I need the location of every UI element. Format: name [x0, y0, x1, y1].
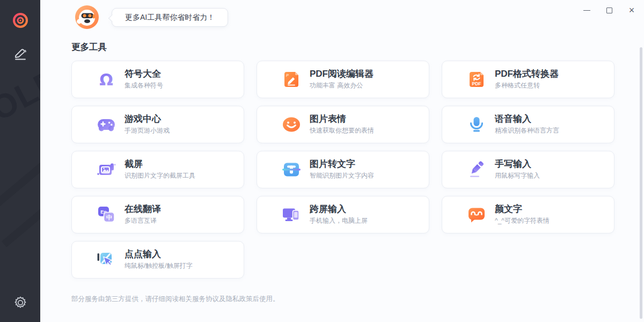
- vertical-scrollbar[interactable]: [640, 47, 642, 319]
- gamepad-icon: [96, 114, 116, 135]
- tool-title: 图片转文字: [310, 159, 374, 170]
- microphone-icon: [466, 114, 487, 135]
- tool-card[interactable]: 游戏中心 手游页游小游戏: [71, 106, 244, 143]
- tool-subtitle: 功能丰富 高效办公: [310, 81, 374, 90]
- tool-card[interactable]: 语音输入 精准识别各种语言方言: [442, 106, 614, 143]
- tool-title: 颜文字: [495, 204, 550, 215]
- brand-logo-icon[interactable]: [0, 12, 40, 29]
- tool-subtitle: 用鼠标写字输入: [495, 171, 540, 180]
- tools-grid: Ω 符号大全 集成各种符号 P PDF阅读编辑器 功能丰富 高效办公 PDF P…: [71, 61, 614, 279]
- tool-title: 手写输入: [495, 159, 540, 170]
- svg-text:中: 中: [106, 214, 112, 221]
- tool-title: 点点输入: [125, 249, 193, 260]
- tool-card[interactable]: 跨屏输入 手机输入，电脑上屏: [257, 196, 429, 233]
- screenshot-icon: [96, 159, 116, 180]
- app-window: OLD: [0, 0, 644, 322]
- image-to-text-icon: [281, 159, 302, 180]
- tool-subtitle: 识别图片文字的截屏工具: [125, 171, 195, 180]
- tool-title: 符号大全: [125, 69, 163, 79]
- tool-card[interactable]: 颜文字 ^_^可爱的字符表情: [442, 196, 614, 233]
- assistant-speech-bubble: 更多AI工具帮你省时省力！: [112, 8, 228, 27]
- tool-title: 图片表情: [310, 114, 374, 125]
- assistant-bubble-text: 更多AI工具帮你省时省力！: [125, 13, 215, 23]
- tool-title: 游戏中心: [125, 114, 170, 125]
- tool-subtitle: 快速获取你想要的表情: [310, 126, 374, 135]
- svg-text:PDF: PDF: [472, 81, 481, 86]
- pdf-convert-icon: PDF: [466, 69, 487, 90]
- dot-input-icon: [96, 250, 116, 270]
- tool-title: 语音输入: [495, 114, 559, 125]
- sidebar-watermark: OLD: [0, 60, 40, 128]
- sidebar-decoration: [0, 152, 40, 209]
- tool-card[interactable]: 点点输入 纯鼠标/触控板/触屏打字: [71, 241, 244, 279]
- smiley-icon: [281, 114, 302, 135]
- pdf-edit-icon: P: [281, 69, 302, 90]
- tool-card[interactable]: 手写输入 用鼠标写字输入: [442, 151, 614, 188]
- close-button[interactable]: ×: [625, 3, 639, 17]
- kaomoji-icon: [466, 204, 487, 225]
- translate-icon: En中: [96, 204, 116, 225]
- tool-title: 截屏: [125, 159, 195, 170]
- tool-subtitle: 多语言互译: [125, 216, 161, 225]
- omega-icon: Ω: [96, 69, 116, 90]
- handwriting-icon: [466, 159, 487, 180]
- multi-screen-icon: [281, 204, 302, 225]
- tool-card[interactable]: En中 在线翻译 多语言互译: [71, 196, 244, 233]
- tool-subtitle: 集成各种符号: [125, 81, 163, 90]
- tool-subtitle: 手机输入，电脑上屏: [310, 216, 368, 225]
- minimize-button[interactable]: [580, 3, 594, 17]
- tool-subtitle: 智能识别图片文字内容: [310, 171, 374, 180]
- maximize-button[interactable]: [602, 3, 616, 17]
- svg-text:Ω: Ω: [99, 70, 113, 89]
- third-party-disclaimer: 部分服务由第三方提供，请仔细阅读相关服务协议及隐私政策后使用。: [71, 295, 280, 304]
- tool-title: 在线翻译: [125, 204, 161, 215]
- minimize-icon: [583, 10, 590, 11]
- tool-title: PDF格式转换器: [495, 69, 559, 79]
- tool-title: 跨屏输入: [310, 204, 368, 215]
- tool-title: PDF阅读编辑器: [310, 69, 374, 79]
- settings-gear-icon[interactable]: [0, 295, 40, 310]
- tool-card[interactable]: 图片表情 快速获取你想要的表情: [257, 106, 429, 143]
- close-icon: ×: [629, 5, 635, 15]
- tool-card[interactable]: P PDF阅读编辑器 功能丰富 高效办公: [257, 61, 429, 98]
- tool-card[interactable]: Ω 符号大全 集成各种符号: [71, 61, 244, 98]
- tool-subtitle: ^_^可爱的字符表情: [495, 216, 550, 225]
- tool-subtitle: 手游页游小游戏: [125, 126, 170, 135]
- tool-subtitle: 多种格式任意转: [495, 81, 559, 90]
- tool-card[interactable]: PDF PDF格式转换器 多种格式任意转: [442, 61, 614, 98]
- tool-subtitle: 精准识别各种语言方言: [495, 126, 559, 135]
- tool-subtitle: 纯鼠标/触控板/触屏打字: [125, 261, 193, 270]
- edit-pen-icon[interactable]: [0, 46, 40, 61]
- assistant-mascot-avatar: [75, 5, 99, 30]
- sidebar: OLD: [0, 0, 40, 322]
- tool-card[interactable]: 截屏 识别图片文字的截屏工具: [71, 151, 244, 188]
- window-controls: ×: [580, 3, 639, 17]
- maximize-icon: [606, 8, 612, 13]
- tool-card[interactable]: 图片转文字 智能识别图片文字内容: [257, 151, 429, 188]
- page-title: 更多工具: [71, 41, 107, 53]
